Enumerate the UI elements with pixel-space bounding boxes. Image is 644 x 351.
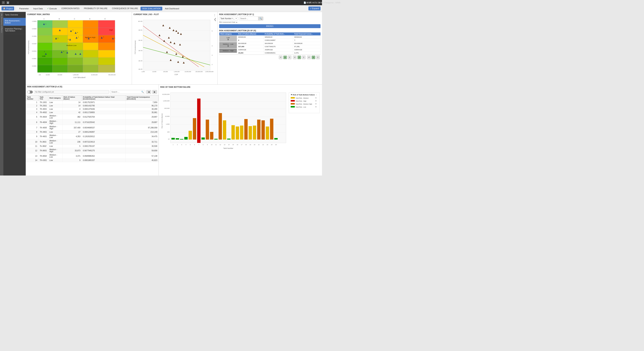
svg-rect-198 <box>291 97 295 98</box>
table-row[interactable]: 12 TK-8001 Medium - High 33,873 0.567794… <box>26 148 158 153</box>
bottom-row: RISK ASSESSMENT | BOTTOM [0 of 25] 🔍 ◀ ▶ <box>26 84 322 176</box>
save-icon[interactable]: 💾 <box>6 1 9 4</box>
svg-text:2: 2 <box>68 38 69 40</box>
sidebar-item-tanks-overview[interactable]: Tanks Overview <box>3 12 26 18</box>
home-button[interactable]: 🏠 Project <box>2 6 14 10</box>
cell-prob: 0.0001246897 <box>82 130 126 134</box>
menu-icon[interactable]: ☰ <box>2 1 5 4</box>
table-search-input[interactable] <box>110 90 140 94</box>
table-row[interactable]: 8 TK-4401 Low 27 0.0001246897 214,149 <box>26 130 158 134</box>
filter-btn-1[interactable]: ⊟ <box>283 56 287 59</box>
sidebar-collapse[interactable]: ❯ Configure Dashboard <box>0 12 3 176</box>
table-search-icon[interactable]: 🔍 <box>140 90 145 94</box>
svg-rect-154 <box>214 139 218 140</box>
table-row[interactable]: 10 Tk-3601 Medium - Low 236 0.0072223613… <box>26 139 158 144</box>
menu-corrosion-rates[interactable]: CORROSION RATES <box>60 7 81 10</box>
assessment-search-input[interactable] <box>240 17 258 20</box>
cell-risk: 27 <box>62 130 82 134</box>
expand-button[interactable]: ⤢ Expand <box>308 6 320 10</box>
svg-text:1E-03: 1E-03 <box>138 50 142 52</box>
refresh-btn-1[interactable]: ↺ <box>279 56 282 59</box>
sum-btn-3[interactable]: Σ <box>316 56 320 59</box>
svg-rect-44 <box>68 58 83 65</box>
cell-cat: Low <box>48 159 62 162</box>
matrix-panel: CURRENT RISK | MATRIX POF [Incidents/yea… <box>26 12 132 84</box>
svg-text:10: 10 <box>168 138 170 140</box>
assessment-date-button[interactable]: 8/9/2021 <box>219 24 320 28</box>
svg-text:24: 24 <box>271 144 272 145</box>
svg-text:Low: Low <box>42 55 46 57</box>
cell-num: 5 <box>26 114 38 120</box>
risk-max-label: MAXIMUM <box>237 42 264 45</box>
table-row[interactable]: 13 TK-8002 Medium - Low 3,371 0.05899863… <box>26 153 158 159</box>
iso-back-arrow[interactable]: ❮ <box>214 18 216 21</box>
tool-group-2: ↺ ⊟ Σ <box>293 56 306 59</box>
cell-prob: 0.0589986352 <box>82 153 126 159</box>
filter-input[interactable] <box>34 90 109 94</box>
svg-rect-149 <box>193 118 196 140</box>
assessment-search[interactable]: 🔍 <box>239 16 263 20</box>
table-row[interactable]: 2 TK-2501 Low 14 0.0001432795 96,170 <box>26 104 158 108</box>
table-row[interactable]: 14 TK-6301 Low 9 0.0001865337 45,823 <box>26 159 158 162</box>
toggle-button[interactable] <box>27 90 33 94</box>
svg-text:0.5000: 0.5000 <box>32 28 37 30</box>
table-toolbar: 🔍 ◀ ▶ <box>26 89 158 95</box>
table-row[interactable]: 11 Tk-3602 Low 5 0.0001705197 30,508 <box>26 144 158 148</box>
svg-rect-153 <box>210 132 213 140</box>
svg-text:0.0000: 0.0000 <box>32 65 37 67</box>
sidebar: Tanks Overview Risk Assessment | Bottom … <box>3 12 26 176</box>
prev-button[interactable]: ◀ <box>146 90 151 94</box>
sum-btn-2[interactable]: Σ <box>302 56 306 59</box>
cell-fin: 7,859 <box>126 101 158 104</box>
cell-fin: 30,289 <box>126 108 158 111</box>
svg-text:4: 4 <box>63 51 64 52</box>
svg-text:1: 1 <box>173 144 174 145</box>
menu-risk-evaluation[interactable]: RISK EVALUATION <box>140 7 162 10</box>
svg-text:0.0001: 0.0001 <box>32 58 37 60</box>
sum-btn-1[interactable]: Σ <box>288 56 292 59</box>
filter-btn-2[interactable]: ⊟ <box>298 56 301 59</box>
table-row[interactable]: 4 TK-4002 Low 42 0.0011728855 35,981 <box>26 111 158 114</box>
menu-execute[interactable]: ✓Execute <box>45 6 59 10</box>
menu-probability-failure[interactable]: PROBABILITY OF FAILURE <box>82 7 110 10</box>
cell-fin: 35,981 <box>126 111 158 114</box>
menu-input-data[interactable]: Input Data <box>32 7 45 10</box>
svg-rect-14 <box>52 20 68 28</box>
svg-text:100: 100 <box>167 131 170 133</box>
cell-prob: 0.3716225542 <box>82 120 126 125</box>
table-row[interactable]: 3 TK-4001 Low 4 0.0001375636 30,289 <box>26 108 158 111</box>
svg-rect-50 <box>83 65 98 72</box>
table-row[interactable]: 7 TK-4005 Medium - High 337,400 0.003468… <box>26 125 158 130</box>
menu-consequence-failure[interactable]: CONSEQUENCE OF FAILURE <box>110 7 140 10</box>
svg-text:0.1000: 0.1000 <box>32 36 37 37</box>
svg-text:3: 3 <box>181 144 182 145</box>
menu-add-dashboard[interactable]: Add Dashboard <box>163 7 181 10</box>
filter-btn-3[interactable]: ⊟ <box>312 56 315 59</box>
next-button[interactable]: ▶ <box>152 90 157 94</box>
table-row[interactable]: 6 TK-4004 Medium - High 11,111 0.3716225… <box>26 120 158 125</box>
svg-rect-148 <box>188 131 192 140</box>
svg-text:1,000,000,000: 1,000,000,000 <box>205 71 214 72</box>
assessment-search-button[interactable]: 🔍 <box>258 17 263 20</box>
cell-fin: 97,288,058 <box>126 125 158 130</box>
iso-options[interactable]: ⋮ <box>213 14 216 16</box>
prob-min-label: MINIMUM <box>264 36 293 39</box>
table-scroll-container[interactable]: Tank Number Tank TAG Risk Category Risk … <box>26 95 158 176</box>
menu-parameter[interactable]: Parameter <box>17 7 30 10</box>
cell-fin: 30,508 <box>126 144 158 148</box>
refresh-btn-3[interactable]: ↺ <box>307 56 311 59</box>
svg-rect-20 <box>68 28 83 35</box>
sidebar-item-risk-assessment[interactable]: Risk Assessment | Bottom <box>3 18 26 26</box>
refresh-btn-2[interactable]: ↺ <box>293 56 297 59</box>
cell-risk: 9 <box>62 159 82 162</box>
table-row[interactable]: 9 TK-4601 Medium - Low 4,353 0.126262001… <box>26 134 158 139</box>
svg-text:1,000,000: 1,000,000 <box>73 74 78 76</box>
table-row[interactable]: 1 TK-1001 Low 14 0.0017523971 7,859 <box>26 101 158 104</box>
table-panel: RISK ASSESSMENT | BOTTOM [0 of 25] 🔍 ◀ ▶ <box>26 84 159 176</box>
table-row[interactable]: 5 TK-4003 Medium - Low 382 0.0127925764 … <box>26 114 158 120</box>
svg-text:A: A <box>44 18 44 20</box>
prob-max-label: MAXIMUM <box>264 42 293 45</box>
sidebar-item-inspection-planning[interactable]: Inspection Planning | Tank Bottom <box>3 26 26 34</box>
svg-rect-47 <box>38 65 52 72</box>
tank-number-dropdown[interactable]: Tank Number =... ▼ <box>219 17 238 20</box>
